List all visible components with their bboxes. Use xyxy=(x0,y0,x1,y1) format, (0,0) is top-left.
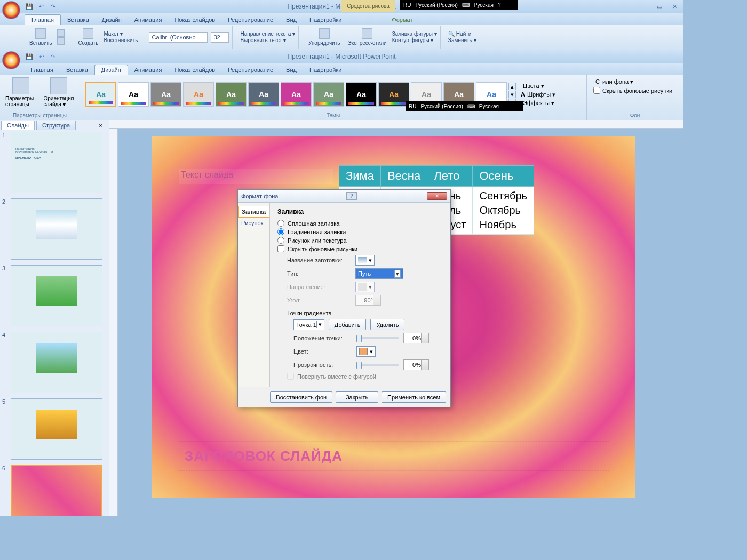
thumbnail-4[interactable] xyxy=(11,332,102,393)
transparency-slider[interactable] xyxy=(356,364,399,366)
minimize-button[interactable]: — xyxy=(638,2,651,11)
tab-slides[interactable]: Слайды xyxy=(1,121,35,130)
thumbnail-2[interactable] xyxy=(11,198,102,260)
office-button-2[interactable] xyxy=(2,51,20,69)
theme-thumb[interactable]: Aa xyxy=(118,82,149,107)
tab2-view[interactable]: Вид xyxy=(280,65,303,75)
undo-icon[interactable]: ↶ xyxy=(36,2,46,11)
redo-icon-2[interactable]: ↷ xyxy=(48,52,58,61)
theme-thumb[interactable]: Aa xyxy=(378,82,409,107)
tab2-insert[interactable]: Вставка xyxy=(60,65,94,75)
theme-thumb[interactable]: Aa xyxy=(281,82,312,107)
tab2-slideshow[interactable]: Показ слайдов xyxy=(168,65,221,75)
language-bar-2[interactable]: RU Русский (Россия) ⌨ Русская xyxy=(406,101,523,111)
help-icon[interactable]: ? xyxy=(498,2,501,8)
tab2-animation[interactable]: Анимация xyxy=(128,65,169,75)
paste-button[interactable]: Вставить xyxy=(27,27,54,47)
tab-home[interactable]: Главная xyxy=(25,14,61,25)
maximize-button[interactable]: ▭ xyxy=(653,2,666,11)
close-button[interactable]: ✕ xyxy=(668,2,681,11)
theme-colors-button[interactable]: Цвета ▾ xyxy=(521,83,555,90)
tab2-review[interactable]: Рецензирование xyxy=(221,65,280,75)
dialog-help-icon[interactable]: ? xyxy=(346,192,357,200)
preset-combo[interactable]: ▾ xyxy=(355,255,375,266)
reset-button[interactable]: Восстановить xyxy=(104,37,138,43)
cut-button[interactable] xyxy=(57,29,65,37)
position-spinner[interactable]: 0% xyxy=(403,333,429,343)
transparency-spinner[interactable]: 0% xyxy=(403,359,429,370)
font-size-combo[interactable]: 32 xyxy=(211,32,229,43)
tab-design[interactable]: Дизайн xyxy=(96,15,128,25)
close-dialog-button[interactable]: Закрыть xyxy=(336,391,378,403)
thumbnail-1[interactable]: Подготовила Воспитатель Рыжова Т.М. ВРЕМ… xyxy=(11,132,102,193)
language-bar-1[interactable]: RU Русский (Россия) ⌨ Русская ? xyxy=(400,0,518,10)
theme-thumb[interactable]: Aa xyxy=(183,82,214,107)
save-icon[interactable]: 💾 xyxy=(25,2,34,11)
layout-button[interactable]: Макет ▾ xyxy=(104,31,138,37)
title-placeholder[interactable]: ЗАГОЛОВОК СЛАЙДА xyxy=(178,441,609,471)
shape-outline-button[interactable]: Контур фигуры ▾ xyxy=(392,37,437,43)
theme-thumb[interactable]: Aa xyxy=(150,82,181,107)
theme-thumb[interactable]: Aa xyxy=(346,82,377,107)
tab2-home[interactable]: Главная xyxy=(25,65,60,75)
add-stop-button[interactable]: Добавить xyxy=(329,319,367,330)
tab-animation[interactable]: Анимация xyxy=(128,15,169,25)
theme-fonts-button[interactable]: AШрифты ▾ xyxy=(521,91,555,98)
tab-addins[interactable]: Надстройки xyxy=(303,15,348,25)
type-combo[interactable]: Путь▾ xyxy=(355,268,403,279)
hide-bg-checkbox[interactable]: Скрыть фоновые рисунки xyxy=(593,87,677,94)
office-button[interactable] xyxy=(2,1,20,19)
thumbnail-6[interactable] xyxy=(11,465,102,516)
radio-gradient[interactable] xyxy=(277,228,284,235)
theme-effects-button[interactable]: Эффекты ▾ xyxy=(521,100,555,107)
panel-close-icon[interactable]: × xyxy=(99,122,102,129)
table-cell[interactable]: Сентябрь Октябрь Ноябрь xyxy=(473,187,534,235)
nav-item-picture[interactable]: Рисунок xyxy=(238,218,269,228)
nav-item-fill[interactable]: Заливка xyxy=(238,206,269,218)
redo-icon[interactable]: ↷ xyxy=(48,2,58,11)
table-header[interactable]: Весна xyxy=(380,166,427,187)
replace-button[interactable]: Заменить ▾ xyxy=(448,37,476,43)
tab2-addins[interactable]: Надстройки xyxy=(303,65,348,75)
radio-solid[interactable] xyxy=(277,220,284,227)
tab-review[interactable]: Рецензирование xyxy=(221,15,280,25)
tab-insert[interactable]: Вставка xyxy=(61,15,96,25)
gallery-up-icon[interactable]: ▴ xyxy=(508,83,516,90)
undo-icon-2[interactable]: ↶ xyxy=(36,52,46,61)
color-picker[interactable]: ▾ xyxy=(356,346,376,357)
new-slide-button[interactable]: Создать xyxy=(76,27,100,47)
remove-stop-button[interactable]: Удалить xyxy=(370,319,404,330)
bg-styles-button[interactable]: Стили фона ▾ xyxy=(593,78,677,85)
stop-combo[interactable]: Точка 1▾ xyxy=(293,319,324,330)
position-slider[interactable] xyxy=(356,337,399,339)
thumbnail-5[interactable] xyxy=(11,398,102,460)
table-header[interactable]: Зима xyxy=(339,166,381,187)
table-header[interactable]: Лето xyxy=(427,166,473,187)
theme-thumb[interactable]: Aa xyxy=(216,82,247,107)
quick-styles-button[interactable]: Экспресс-стили xyxy=(346,27,389,47)
tab-outline[interactable]: Структура xyxy=(36,121,76,130)
shape-fill-button[interactable]: Заливка фигуры ▾ xyxy=(392,31,437,37)
dialog-titlebar[interactable]: Формат фона ? ✕ xyxy=(238,190,450,203)
radio-picture[interactable] xyxy=(277,237,284,244)
tab-slideshow[interactable]: Показ слайдов xyxy=(168,15,221,25)
table-header[interactable]: Осень xyxy=(473,166,534,187)
theme-thumb[interactable]: Aa xyxy=(248,82,279,107)
copy-button[interactable] xyxy=(57,37,65,45)
font-name-combo[interactable]: Calibri (Основно xyxy=(149,32,208,43)
thumbnail-3[interactable] xyxy=(11,265,102,326)
content-placeholder[interactable]: Текст слайда xyxy=(179,169,333,184)
gallery-down-icon[interactable]: ▾ xyxy=(508,91,516,98)
theme-thumb[interactable]: Aa xyxy=(85,82,116,107)
align-text-button[interactable]: Выровнить текст ▾ xyxy=(240,37,295,43)
tab-view[interactable]: Вид xyxy=(280,15,303,25)
arrange-button[interactable]: Упорядочить xyxy=(306,27,343,47)
tab2-design[interactable]: Дизайн xyxy=(94,65,128,75)
orientation-button[interactable]: Ориентация слайда ▾ xyxy=(42,76,76,108)
find-button[interactable]: 🔍 Найти xyxy=(448,31,476,37)
apply-all-button[interactable]: Применить ко всем xyxy=(382,391,446,403)
checkbox-hide-bg[interactable] xyxy=(277,245,284,252)
save-icon-2[interactable]: 💾 xyxy=(25,52,34,61)
text-direction-button[interactable]: Направление текста ▾ xyxy=(240,31,295,37)
tab-format[interactable]: Формат xyxy=(385,15,419,25)
